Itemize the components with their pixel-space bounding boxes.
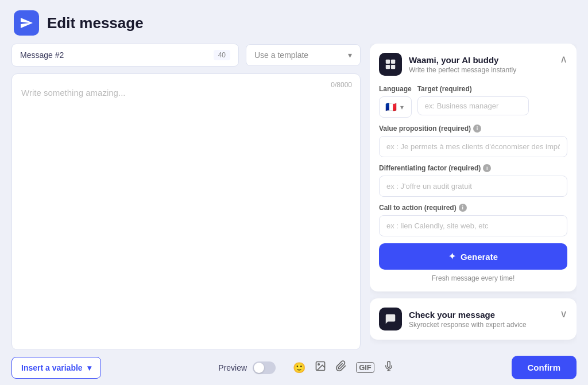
template-dropdown[interactable]: Use a template ▾: [246, 44, 361, 66]
language-label: Language: [379, 85, 412, 93]
char-counter: 0/8000: [331, 81, 352, 89]
check-message-subtitle: Skyrocket response with expert advice: [409, 321, 527, 329]
right-panel: Waami, your AI buddy Write the perfect m…: [370, 44, 577, 350]
svg-rect-0: [386, 60, 390, 64]
language-target-group: Language 🇫🇷 ▾ Target (required): [379, 85, 567, 118]
value-prop-label: Value proposition (required) i: [379, 125, 567, 133]
cta-group: Call to action (required) i: [379, 204, 567, 236]
gif-icon[interactable]: GIF: [356, 362, 374, 373]
target-column: Target (required): [417, 85, 567, 118]
generate-button[interactable]: ✦ Generate: [379, 243, 567, 270]
check-message-expand-button[interactable]: ∨: [560, 308, 567, 320]
footer: Insert a variable ▾ Preview 🙂 GIF: [0, 350, 588, 385]
value-prop-input[interactable]: [379, 136, 567, 157]
ai-buddy-card: Waami, your AI buddy Write the perfect m…: [370, 44, 577, 291]
ai-buddy-collapse-button[interactable]: ∧: [560, 53, 567, 65]
generate-subtitle: Fresh message every time!: [379, 274, 567, 282]
message-bar: Message #2 40 Use a template ▾: [11, 44, 361, 67]
check-message-icon: [379, 308, 402, 330]
value-prop-group: Value proposition (required) i: [379, 125, 567, 157]
chevron-down-icon: ▾: [348, 50, 352, 60]
check-message-header: Check your message Skyrocket response wi…: [379, 308, 567, 330]
insert-variable-chevron-icon: ▾: [87, 363, 91, 372]
diff-factor-label: Differentiating factor (required) i: [379, 164, 567, 172]
check-message-card: Check your message Skyrocket response wi…: [370, 298, 577, 340]
svg-point-5: [318, 364, 320, 365]
waami-icon: [379, 53, 402, 76]
preview-toggle[interactable]: [253, 361, 276, 374]
message-name-box: Message #2 40: [11, 44, 239, 67]
language-chevron-icon: ▾: [400, 103, 404, 111]
insert-variable-button[interactable]: Insert a variable ▾: [11, 357, 101, 379]
template-dropdown-label: Use a template: [254, 50, 308, 60]
target-input[interactable]: [417, 96, 529, 115]
svg-rect-1: [391, 60, 395, 64]
paper-plane-icon: [20, 16, 33, 30]
attachment-icon[interactable]: [335, 360, 347, 375]
emoji-icon[interactable]: 🙂: [293, 361, 305, 374]
confirm-button[interactable]: Confirm: [512, 356, 577, 379]
check-message-title: Check your message: [409, 310, 527, 320]
header: Edit message: [0, 0, 588, 44]
sparkle-icon: ✦: [448, 251, 456, 262]
cta-label: Call to action (required) i: [379, 204, 567, 212]
ai-buddy-card-header-left: Waami, your AI buddy Write the perfect m…: [379, 53, 516, 76]
main-content: Message #2 40 Use a template ▾ 0/8000 Wr…: [0, 44, 588, 350]
check-message-header-left: Check your message Skyrocket response wi…: [379, 308, 527, 330]
page-title: Edit message: [47, 14, 144, 32]
cta-info-icon: i: [459, 204, 467, 212]
insert-variable-label: Insert a variable: [21, 363, 83, 372]
svg-rect-2: [386, 65, 390, 69]
textarea-placeholder: Write something amazing...: [21, 88, 351, 98]
diff-factor-info-icon: i: [483, 164, 491, 172]
textarea-container[interactable]: 0/8000 Write something amazing...: [11, 73, 361, 350]
footer-left: Insert a variable ▾: [11, 357, 101, 379]
svg-rect-3: [391, 65, 395, 69]
toolbar-icons: 🙂 GIF: [293, 360, 394, 375]
value-prop-info-icon: i: [473, 125, 481, 133]
check-message-text: Check your message Skyrocket response wi…: [409, 310, 527, 329]
diff-factor-input[interactable]: [379, 176, 567, 197]
preview-label: Preview: [218, 363, 247, 372]
ai-buddy-card-header: Waami, your AI buddy Write the perfect m…: [379, 53, 567, 76]
language-column: Language 🇫🇷 ▾: [379, 85, 412, 118]
preview-row: Preview 🙂 GIF: [101, 360, 512, 375]
target-label: Target (required): [417, 85, 567, 93]
message-char-count: 40: [214, 50, 230, 60]
language-selector[interactable]: 🇫🇷 ▾: [379, 96, 412, 118]
app-icon: [14, 10, 39, 36]
left-panel: Message #2 40 Use a template ▾ 0/8000 Wr…: [11, 44, 361, 350]
ai-buddy-subtitle: Write the perfect message instantly: [409, 66, 516, 74]
diff-factor-group: Differentiating factor (required) i: [379, 164, 567, 197]
ai-buddy-title: Waami, your AI buddy: [409, 55, 516, 65]
cta-input[interactable]: [379, 215, 567, 236]
language-row: Language 🇫🇷 ▾ Target (required): [379, 85, 567, 118]
mic-icon[interactable]: [384, 360, 394, 375]
toggle-knob: [254, 363, 264, 373]
image-icon[interactable]: [315, 360, 326, 375]
ai-buddy-text: Waami, your AI buddy Write the perfect m…: [409, 55, 516, 74]
flag-icon: 🇫🇷: [385, 102, 397, 112]
generate-label: Generate: [461, 252, 498, 262]
message-name-label: Message #2: [20, 50, 64, 60]
confirm-label: Confirm: [528, 363, 561, 372]
